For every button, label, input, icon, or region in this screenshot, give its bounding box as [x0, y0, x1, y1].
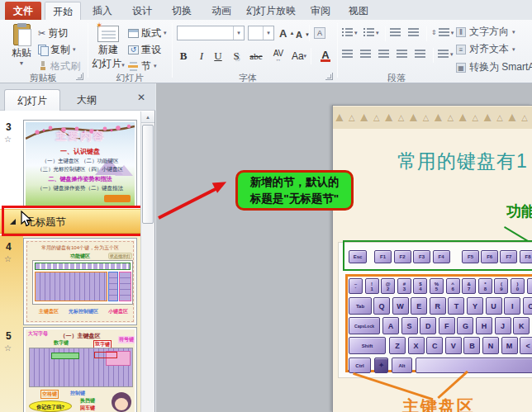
font-name-combo[interactable]: ▾ [177, 26, 245, 40]
annotation-callout: 新增的节，默认的 标题是"无标题节" [235, 170, 354, 211]
text-direction-button[interactable]: Ⅱ文字方向▾ [456, 25, 515, 39]
text-shadow-button[interactable]: S [230, 48, 243, 64]
tab-animations[interactable]: 动画 [203, 2, 240, 20]
scrollbar-up-arrow[interactable]: ▲ [141, 111, 154, 123]
justify-icon [397, 50, 407, 59]
panel-scrollbar[interactable]: ▲ [140, 111, 154, 412]
change-case-button[interactable]: Aa▾ [289, 48, 309, 64]
underline-button[interactable]: U [211, 48, 225, 64]
key: Tab [349, 297, 372, 315]
clear-formatting-button[interactable]: A [314, 26, 325, 40]
tab-file[interactable]: 文件 [5, 2, 41, 20]
slide-4-animation-icon: ☆ [4, 254, 12, 263]
application-window: 文件 开始 插入 设计 切换 动画 幻灯片放映 审阅 视图 粘贴 ▼ ✂剪切 复… [0, 0, 532, 412]
slide-3-thumbnail[interactable]: 主要内容 一、认识键盘（一）主键盘区 （二）功能键区（三）光标控制键区（四）小键… [23, 120, 137, 208]
justify-button[interactable] [397, 50, 407, 59]
slide-5-space-label: 空格键 [40, 390, 59, 399]
group-separator [172, 23, 173, 78]
separator [309, 25, 310, 41]
numbering-button[interactable]: ▾ [363, 28, 379, 37]
copy-button[interactable]: 复制▾ [38, 42, 76, 57]
convert-smartart-button[interactable]: ▦转换为 SmartArt▾ [456, 60, 532, 74]
slide-4-main-label: 主键盘区 [39, 308, 59, 315]
decoration [115, 398, 128, 410]
line-spacing-button[interactable]: ⇕▾ [431, 28, 454, 37]
reset-icon: ↺ [128, 45, 139, 54]
increase-indent-button[interactable] [408, 28, 419, 37]
tab-review[interactable]: 审阅 [302, 2, 339, 20]
slide-5-animation-icon: ☆ [4, 343, 12, 353]
align-center-icon [360, 50, 371, 59]
slide-5-caps-label: 大写字母 [28, 330, 48, 338]
strikethrough-button[interactable]: abc [246, 48, 266, 64]
key: Esc [349, 250, 367, 263]
font-color-button[interactable]: A [316, 48, 335, 64]
key: $4 [413, 278, 427, 294]
bullets-button[interactable]: ▾ [342, 28, 358, 37]
key: Alt [392, 358, 412, 373]
tab-home[interactable]: 开始 [45, 2, 81, 20]
tab-view[interactable]: 视图 [340, 2, 377, 20]
font-group-label: 字体 [207, 72, 289, 84]
key: O [523, 297, 532, 315]
numbering-icon [363, 28, 374, 37]
clipboard-dialog-launcher[interactable] [76, 73, 83, 80]
slide-5-digits-label: 数字键 [54, 339, 69, 347]
character-spacing-button[interactable]: AV↔ [269, 48, 287, 64]
font-size-combo[interactable]: ▾ [248, 26, 274, 40]
slide-canvas[interactable]: ▲▵▲▵▲▵▲▵▲▵▲▵▲▵▲▵▲▵▲▵▲▵ 常用的键盘有1 功能键区 EscF… [332, 105, 532, 412]
paragraph-group-label: 段落 [355, 72, 438, 84]
copy-icon [38, 45, 48, 54]
font-dialog-launcher[interactable] [325, 73, 333, 80]
decrease-indent-button[interactable] [390, 28, 401, 37]
workspace: 幻灯片 大纲 ✕ 3 ☆ [0, 83, 532, 412]
slide-5-thumbnail[interactable]: （一）主键盘区 大写字母 数字键 双字键 符号键 空格键 控制键 换挡键 [23, 327, 137, 412]
italic-button[interactable]: I [195, 48, 208, 64]
align-text-button[interactable]: ≡对齐文本▾ [456, 42, 515, 56]
align-right-icon [378, 50, 389, 59]
key: F4 [433, 250, 450, 263]
new-slide-button[interactable]: 新建 幻灯片▾ [91, 23, 126, 73]
paste-button[interactable]: 粘贴 ▼ [7, 23, 36, 71]
panel-close-button[interactable]: ✕ [134, 90, 149, 105]
increase-indent-icon [408, 28, 419, 37]
slide-4-thumbnail[interactable]: 常用的键盘有104个键，分为五个区 功能键区 状态指示灯 主键盘区 光标控制键区… [23, 238, 137, 325]
align-center-button[interactable] [360, 50, 371, 59]
slide-4-cursor-label: 光标控制键区 [69, 308, 98, 315]
cut-button[interactable]: ✂剪切 [38, 26, 68, 40]
key: Z [389, 337, 406, 354]
decrease-indent-icon [390, 28, 401, 37]
shrink-font-button[interactable]: A▼ [296, 27, 310, 42]
key: @2 [381, 278, 395, 294]
key: F8 [520, 250, 532, 263]
panel-tab-outline[interactable]: 大纲 [62, 89, 112, 111]
key: &7 [462, 278, 476, 294]
tab-design[interactable]: 设计 [124, 2, 160, 20]
columns-button[interactable]: ▾ [438, 50, 454, 59]
tab-transitions[interactable]: 切换 [164, 2, 200, 20]
align-right-button[interactable] [378, 50, 389, 59]
key: W [392, 297, 409, 315]
paste-dropdown-arrow: ▼ [7, 60, 36, 66]
distribute-icon [415, 50, 425, 59]
bold-button[interactable]: B [177, 48, 190, 64]
scrollbar-thumb[interactable] [142, 125, 154, 224]
key: V [445, 337, 462, 354]
slide-4-number: 4 [6, 241, 12, 253]
panel-tab-slides[interactable]: 幻灯片 [4, 89, 60, 111]
distribute-button[interactable] [415, 50, 425, 59]
slide-3-badge [104, 195, 131, 202]
key: S [401, 317, 418, 334]
girl-face [112, 392, 131, 412]
tab-slideshow[interactable]: 幻灯片放映 [241, 2, 301, 20]
grow-font-button[interactable]: A▲ [279, 26, 294, 40]
key: R [430, 297, 446, 315]
key: H [476, 317, 492, 334]
reset-button[interactable]: ↺重设 [128, 42, 161, 57]
decoration [94, 352, 117, 358]
font-color-bar [321, 59, 330, 62]
new-slide-icon [97, 26, 119, 42]
align-left-button[interactable] [342, 50, 353, 59]
layout-button[interactable]: 版式▾ [128, 26, 167, 40]
tab-insert[interactable]: 插入 [84, 2, 121, 20]
